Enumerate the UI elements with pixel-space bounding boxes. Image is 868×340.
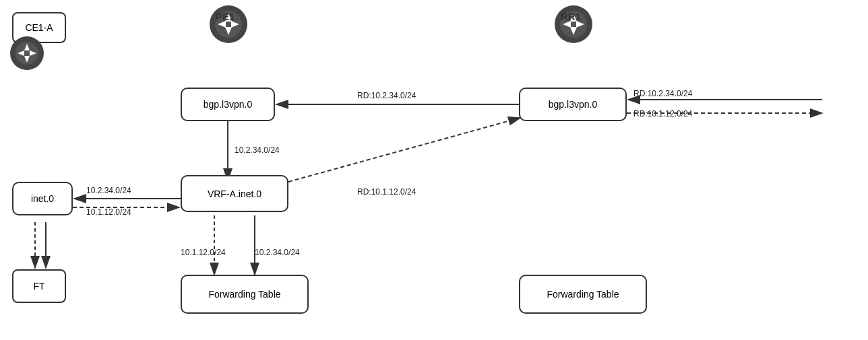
ft-left-label: FT: [33, 281, 44, 292]
label-vrf-ft-left: 10.1.12.0/24: [181, 248, 226, 257]
pe1-bgp-label: bgp.l3vpn.0: [204, 99, 252, 110]
inet0-box: inet.0: [12, 182, 73, 215]
label-right-bottom: RD:10.1.12.0/24: [633, 109, 692, 118]
pe1-bgp-box: bgp.l3vpn.0: [181, 88, 275, 121]
pe1-label: PE1: [216, 11, 235, 22]
vrf-a-box: VRF-A.inet.0: [181, 175, 288, 212]
diagram: CE1-A PE1 RR1 bgp.: [0, 0, 868, 340]
svg-line-9: [288, 118, 520, 182]
label-vrf-rr1: RD:10.1.12.0/24: [357, 187, 416, 197]
ft-mid-box: Forwarding Table: [181, 275, 309, 314]
label-vrf-ft-right: 10.2.34.0/24: [255, 248, 300, 257]
diagram-svg: [0, 0, 868, 340]
ce1a-router-svg: [15, 41, 39, 65]
label-pe1-vrf: 10.2.34.0/24: [235, 145, 280, 155]
ft-mid-label: Forwarding Table: [208, 289, 280, 300]
label-vrf-inet: 10.2.34.0/24: [86, 186, 131, 195]
rr1-bgp-label: bgp.l3vpn.0: [549, 99, 597, 110]
ce1a-label: CE1-A: [25, 22, 53, 33]
rr1-label: RR1: [561, 11, 581, 22]
ce1a-router-icon: [10, 36, 44, 70]
ft-right-label: Forwarding Table: [547, 289, 619, 300]
inet0-label: inet.0: [31, 193, 54, 204]
ft-right-box: Forwarding Table: [519, 275, 647, 314]
vrf-a-label: VRF-A.inet.0: [208, 189, 261, 199]
label-right-top: RD:10.2.34.0/24: [633, 89, 692, 98]
rr1-bgp-box: bgp.l3vpn.0: [519, 88, 627, 121]
label-rd-pe1-rr1: RD:10.2.34.0/24: [357, 91, 416, 100]
ft-left-box: FT: [12, 269, 66, 303]
label-inet-vrf: 10.1.12.0/24: [86, 207, 131, 217]
